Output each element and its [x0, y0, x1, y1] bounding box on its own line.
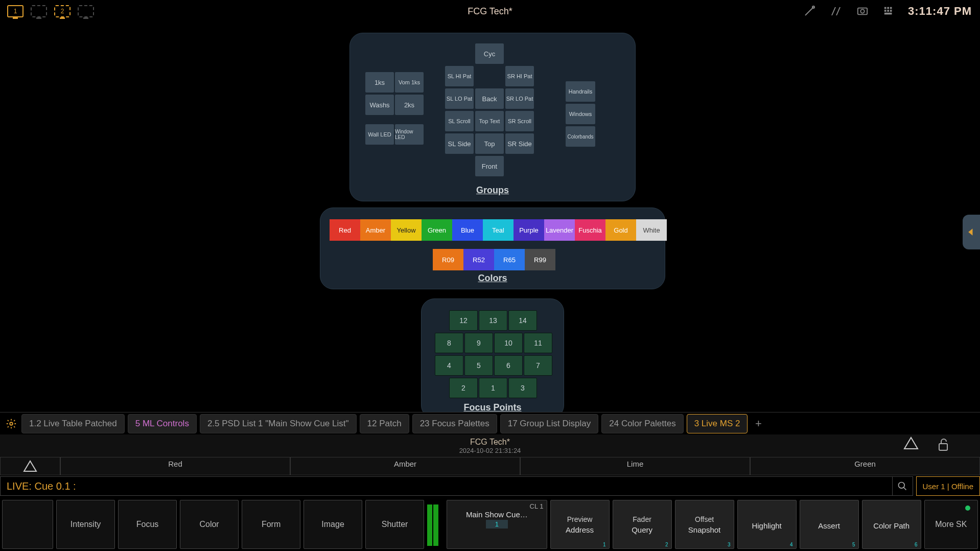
color-teal[interactable]: Teal: [483, 219, 514, 241]
softkey-6[interactable]: Color Path6: [862, 500, 921, 549]
group-sl-hi-pat[interactable]: SL HI Pat: [445, 66, 474, 86]
color-lavender[interactable]: Lavender: [544, 219, 575, 241]
focus-point-8[interactable]: 8: [435, 333, 463, 353]
keyboard-icon[interactable]: [881, 4, 897, 18]
group-front[interactable]: Front: [475, 156, 504, 176]
info-show-title: FCG Tech*: [470, 438, 510, 447]
user-status[interactable]: User 1 | Offline: [916, 476, 981, 496]
tab-1-2-live-table-patched[interactable]: 1.2 Live Table Patched: [21, 414, 125, 433]
focus-point-9[interactable]: 9: [464, 333, 493, 353]
tab-23-focus-palettes[interactable]: 23 Focus Palettes: [412, 414, 497, 433]
encoder-4[interactable]: Green: [750, 457, 980, 475]
group-sr-side[interactable]: SR Side: [505, 133, 534, 154]
group-window-led[interactable]: Window LED: [395, 124, 424, 145]
type-icon[interactable]: [828, 4, 844, 18]
category-color[interactable]: Color: [180, 500, 239, 549]
category-shutter[interactable]: Shutter: [365, 500, 424, 549]
category-image[interactable]: Image: [304, 500, 362, 549]
group-vom-1ks[interactable]: Vom 1ks: [395, 72, 424, 93]
active-cue-display[interactable]: CL 1 Main Show Cue… 1: [447, 500, 547, 549]
focus-point-12[interactable]: 12: [449, 310, 478, 331]
encoder-3[interactable]: Lime: [520, 457, 750, 475]
color-amber[interactable]: Amber: [360, 219, 391, 241]
focus-point-2[interactable]: 2: [449, 378, 478, 398]
group-handrails[interactable]: Handrails: [566, 81, 595, 102]
svg-rect-5: [890, 7, 892, 9]
group-back[interactable]: Back: [475, 88, 504, 109]
encoder-1[interactable]: Red: [60, 457, 290, 475]
group-cyc[interactable]: Cyc: [475, 43, 504, 64]
focus-point-14[interactable]: 14: [508, 310, 537, 331]
color-yellow[interactable]: Yellow: [391, 219, 422, 241]
focus-point-6[interactable]: 6: [494, 355, 523, 376]
monitor-1[interactable]: 1: [7, 5, 24, 17]
encoder-page-icon[interactable]: [0, 457, 60, 475]
focus-point-5[interactable]: 5: [464, 355, 493, 376]
tab-24-color-palettes[interactable]: 24 Color Palettes: [601, 414, 683, 433]
focus-point-4[interactable]: 4: [435, 355, 463, 376]
color-blue[interactable]: Blue: [452, 219, 483, 241]
command-line[interactable]: LIVE: Cue 0.1 :: [0, 476, 893, 496]
search-icon[interactable]: [893, 476, 913, 496]
group-washs[interactable]: Washs: [365, 95, 394, 115]
group-top[interactable]: Top: [475, 133, 504, 154]
more-softkeys-button[interactable]: More SK: [924, 500, 978, 549]
color-white[interactable]: White: [636, 219, 667, 241]
tab-12-patch[interactable]: 12 Patch: [360, 414, 409, 433]
color-r09[interactable]: R09: [433, 249, 463, 270]
color-r52[interactable]: R52: [463, 249, 494, 270]
focus-point-10[interactable]: 10: [494, 333, 523, 353]
softkey-5[interactable]: Assert5: [800, 500, 859, 549]
group-sl-side[interactable]: SL Side: [445, 133, 474, 154]
info-bar: FCG Tech* 2024-10-02 21:31:24: [0, 434, 980, 457]
color-purple[interactable]: Purple: [514, 219, 544, 241]
category-intensity[interactable]: Intensity: [56, 500, 115, 549]
group-sl-lo-pat[interactable]: SL LO Pat: [445, 88, 474, 109]
tab-17-group-list-display[interactable]: 17 Group List Display: [500, 414, 599, 433]
group-colorbands[interactable]: Colorbands: [566, 126, 595, 147]
group-1ks[interactable]: 1ks: [365, 72, 394, 93]
category-form[interactable]: Form: [242, 500, 300, 549]
group-wall-led[interactable]: Wall LED: [365, 124, 394, 145]
group-windows[interactable]: Windows: [566, 104, 595, 124]
monitor-3[interactable]: 2: [54, 5, 71, 17]
encoder-2[interactable]: Amber: [290, 457, 520, 475]
softkey-2[interactable]: FaderQuery2: [613, 500, 672, 549]
group-sr-lo-pat[interactable]: SR LO Pat: [505, 88, 534, 109]
info-timestamp: 2024-10-02 21:31:24: [459, 447, 521, 454]
wand-icon[interactable]: [802, 4, 817, 18]
group-2ks[interactable]: 2ks: [395, 95, 424, 115]
softkey-3[interactable]: OffsetSnapshot3: [675, 500, 734, 549]
softkey-1[interactable]: PreviewAddress1: [550, 500, 610, 549]
focus-point-1[interactable]: 1: [479, 378, 507, 398]
color-r99[interactable]: R99: [525, 249, 555, 270]
tab-2-5-psd-list-1-main-show-cue-list-[interactable]: 2.5 PSD List 1 "Main Show Cue List": [200, 414, 357, 433]
unlock-icon[interactable]: [937, 438, 949, 452]
color-r65[interactable]: R65: [494, 249, 525, 270]
tab-3-live-ms-2[interactable]: 3 Live MS 2: [687, 414, 748, 433]
focus-point-11[interactable]: 11: [524, 333, 552, 353]
add-tab-button[interactable]: +: [751, 416, 766, 431]
focus-title: Focus Points: [422, 402, 564, 413]
gear-icon[interactable]: [4, 417, 18, 431]
svg-point-12: [899, 483, 905, 489]
tab-5-ml-controls[interactable]: 5 ML Controls: [128, 414, 197, 433]
group-sr-scroll[interactable]: SR Scroll: [505, 111, 534, 131]
focus-point-7[interactable]: 7: [524, 355, 552, 376]
group-top-text[interactable]: Top Text: [475, 111, 504, 131]
monitor-2[interactable]: [31, 5, 47, 17]
focus-point-3[interactable]: 3: [508, 378, 537, 398]
focus-point-13[interactable]: 13: [479, 310, 507, 331]
color-fuschia[interactable]: Fuschia: [575, 219, 605, 241]
color-gold[interactable]: Gold: [605, 219, 636, 241]
triangle-icon[interactable]: [903, 437, 919, 450]
side-expand-tab[interactable]: [963, 215, 980, 249]
color-green[interactable]: Green: [422, 219, 452, 241]
camera-icon[interactable]: [855, 4, 870, 18]
category-focus[interactable]: Focus: [118, 500, 177, 549]
monitor-4[interactable]: [78, 5, 94, 17]
color-red[interactable]: Red: [330, 219, 360, 241]
group-sr-hi-pat[interactable]: SR HI Pat: [505, 66, 534, 86]
group-sl-scroll[interactable]: SL Scroll: [445, 111, 474, 131]
softkey-4[interactable]: Highlight4: [737, 500, 797, 549]
